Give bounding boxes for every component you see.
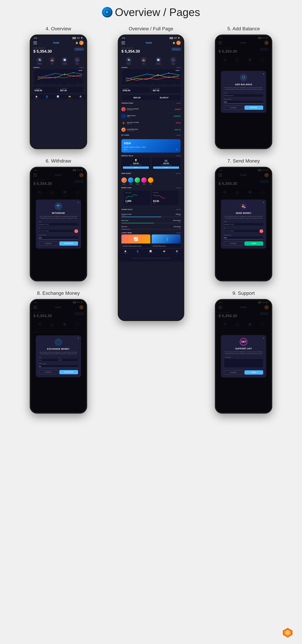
avatar-4[interactable] [79, 41, 83, 45]
menu-icon-c[interactable] [121, 42, 125, 44]
exchange-btn-8[interactable]: EXCHANGE [59, 370, 78, 374]
action-exchange[interactable]: 🔄 Exchange [62, 57, 68, 64]
cancel-btn-5[interactable]: CANCEL [224, 106, 243, 110]
add-money-btn-c[interactable]: Add Money [172, 48, 181, 50]
send-btn-7[interactable]: SEND [244, 242, 263, 246]
withdraw-btn-6[interactable]: WITHDRAW [59, 242, 78, 246]
exchange-modal: ✕ ↔️ EXCHANGE MONEY Certe, inquam, perti… [36, 335, 81, 377]
amount-input-6[interactable]: $100 [39, 236, 78, 239]
nav-transactions[interactable]: 📊 Transactions [55, 96, 61, 99]
contact-name-daniel: Daniel [129, 184, 132, 184]
modal-close-5[interactable]: ✕ [263, 73, 264, 75]
cancel-btn-6[interactable]: CANCEL [39, 242, 58, 246]
from-currency-8[interactable]: EUR [39, 359, 58, 362]
modal-close-6[interactable]: ✕ [77, 201, 79, 204]
notification-icon-c[interactable]: 🔔 [173, 42, 175, 44]
nav-bar-4: FinHit 🔔 [31, 40, 86, 46]
contact-name-maya: Maya [143, 184, 145, 184]
news-chart-icon: 📈 [134, 237, 138, 241]
modal-close-8[interactable]: ✕ [77, 337, 79, 340]
action-support[interactable]: 🎧 Support [74, 57, 80, 64]
charts-view-all-c[interactable]: View All [176, 67, 181, 68]
add-money-btn-4[interactable]: Add Money [75, 48, 83, 50]
action-send[interactable]: 📤 Send [49, 57, 55, 64]
money-loan-view-all[interactable]: View All [176, 187, 181, 188]
comments-label-9: * Comments [224, 356, 263, 358]
from-value-6[interactable]: Savings (***411) [39, 223, 78, 226]
goal-2-name: New House [121, 220, 128, 221]
avatar-c[interactable] [176, 41, 181, 45]
send-btn-9[interactable]: SEND [244, 370, 263, 374]
nav-overview[interactable]: 🏠 Overview [35, 96, 38, 99]
action-send-c[interactable]: 📤 Send [141, 57, 146, 64]
action-withdraw-c[interactable]: 💸 Withdraw [126, 57, 132, 64]
news-title-1: Lorem Ipsum Dolores Sit Amet Coscetur... [122, 246, 149, 247]
action-withdraw[interactable]: 💸 Withdraw [37, 57, 42, 64]
latest-news-view-all[interactable]: View All [176, 232, 181, 234]
action-support-c[interactable]: 🎧 Support [170, 57, 176, 64]
form-from-6: From Savings (***411) [39, 221, 78, 226]
expense-dot [60, 88, 61, 88]
comments-input-9[interactable] [224, 358, 263, 368]
trans-type-3: Apple Pay [127, 123, 174, 124]
pay-btn-2[interactable]: Pay Now [153, 166, 179, 169]
deposit-btn-5[interactable]: DEPOSIT [244, 106, 263, 110]
nav-my-cards-icon: 💳 [69, 96, 71, 98]
status-bar-center: 9:41 ▌▌▌ WiFi 🔋 [119, 36, 183, 40]
income-label-c: INCOME [124, 88, 129, 89]
charts-view-all-4[interactable]: View All [79, 67, 83, 68]
nav-profile[interactable]: 👤 Profile [46, 96, 48, 99]
modal-close-7[interactable]: ✕ [263, 201, 264, 204]
send-money-header: SEND MONEY Add New [121, 173, 181, 174]
news-card-1[interactable]: 📈 2:46 · iNews · 47 ♥ Lorem Ipsum Dolore… [121, 234, 150, 248]
cancel-btn-8[interactable]: CANCEL [39, 370, 58, 374]
action-exchange-c[interactable]: 🔄 Exchange [156, 57, 161, 64]
nav-settings-c[interactable]: ⚙️ Settings [175, 250, 179, 254]
menu-icon[interactable] [33, 42, 37, 44]
news-card-2[interactable]: 👥 4:00 · iNews · 28 ♥ Lorem Ipsum Dolor … [152, 234, 181, 248]
from-value-5[interactable]: PayPal Account [224, 94, 263, 97]
to-value-6[interactable]: •••• •••• •••• 5324 [39, 230, 73, 232]
notification-icon[interactable]: 🔔 [76, 42, 78, 44]
nav-settings[interactable]: ⚙️ Settings [79, 96, 82, 99]
charts-header-4: CHARTS View All [33, 67, 83, 68]
to-value-7[interactable]: •••• •••• •••• 5324 [224, 230, 258, 232]
contact-daniel[interactable]: Daniel [128, 178, 133, 184]
bills-view-all[interactable]: View All [176, 155, 181, 156]
nav-overview-c[interactable]: 🏠 Overview [123, 250, 127, 254]
contact-paul[interactable]: Paul [148, 178, 154, 184]
amount-input-8[interactable]: 100 [39, 365, 78, 368]
nav-settings-icon: ⚙️ [79, 96, 82, 98]
amount-input-5[interactable]: $100 [224, 100, 263, 104]
nav-profile-c[interactable]: 👤 Profile [136, 250, 139, 254]
phone-5: 9:41 ▌▌▌ WiFi 🔋 FinHit TOTAL BALANCE $ 5… [215, 34, 272, 149]
cancel-btn-9[interactable]: CANCEL [224, 370, 243, 374]
cancel-btn-7[interactable]: CANCEL [224, 242, 243, 246]
amount-input-7[interactable]: $100 [224, 236, 263, 239]
transaction-3: 🍎 App Store Purchase Apple Pay -$73.00 [119, 120, 183, 126]
nav-transactions-c[interactable]: 📊 Transactions [148, 250, 153, 254]
status-icons: ▌▌▌ WiFi 🔋 [73, 37, 83, 39]
nav-my-cards-c[interactable]: 💳 My Cards [162, 250, 166, 254]
from-value-7[interactable]: Savings (***411) [224, 223, 263, 226]
trans-amount-2: +$1035.45 [173, 115, 181, 117]
to-currency-8[interactable]: USD [59, 359, 78, 362]
form-amount-5: Enter Amount $100 [224, 98, 263, 104]
pay-btn-1[interactable]: Pay Now [123, 166, 149, 169]
modal-desc-7: Certe, inquam, pertinax non intellegamus… [224, 216, 263, 219]
money-loan-section: MONEY LOAN View All UNITS SALE 1,956 +27… [119, 186, 183, 208]
contact-george[interactable]: George [135, 178, 140, 184]
news-title-2: Lorem Ipsum Dolor Sit Amet [153, 246, 180, 247]
modal-close-9[interactable]: ✕ [263, 337, 264, 339]
contact-maya[interactable]: Maya [141, 178, 147, 184]
contact-laura[interactable]: Laura [121, 178, 127, 184]
saving-goals-view-all[interactable]: View All [176, 209, 181, 210]
send-icon-c: 📤 [141, 57, 146, 63]
section-4-overview: 4. Overview 9:41 ▌▌▌ WiFi 🔋 FinHit [15, 26, 102, 149]
nav-my-cards[interactable]: 💳 My Cards [68, 96, 72, 99]
my-cards-view-all[interactable]: View All [176, 134, 181, 136]
loan-change-revenue: -18% [153, 202, 177, 204]
transactions-view-all[interactable]: View All [176, 102, 181, 104]
add-new[interactable]: Add New [176, 173, 181, 174]
send-money-title: SEND MONEY [121, 173, 131, 174]
